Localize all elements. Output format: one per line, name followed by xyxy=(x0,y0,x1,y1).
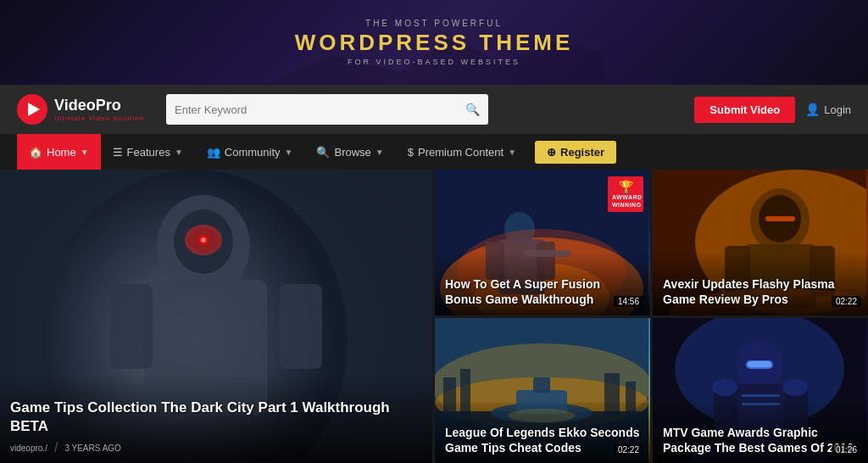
nav-item-premium[interactable]: $ Premium Content ▼ xyxy=(396,134,528,170)
nav-home-label: Home xyxy=(47,146,76,159)
svg-rect-6 xyxy=(110,284,153,369)
featured-video-card[interactable]: Game Tips Collection The Dark City Part … xyxy=(0,170,432,463)
login-label: Login xyxy=(824,103,851,116)
banner-top-text: THE MOST POWERFUL xyxy=(365,19,503,28)
svg-rect-51 xyxy=(748,361,771,367)
chevron-down-icon: ▼ xyxy=(285,148,293,157)
logo-text: VideoPro Ultimate Video Solution xyxy=(54,97,144,122)
featured-card-title: Game Tips Collection The Dark City Part … xyxy=(10,399,422,436)
video-grid: Game Tips Collection The Dark City Part … xyxy=(0,170,868,463)
search-icon: 🔍 xyxy=(465,103,480,116)
nav-item-home[interactable]: 🏠 Home ▼ xyxy=(17,134,101,170)
nav-item-community[interactable]: 👥 Community ▼ xyxy=(195,134,305,170)
nav-features-label: Features xyxy=(127,146,170,159)
featured-card-meta: videopro./ / 3 YEARS AGO xyxy=(10,440,422,455)
logo-icon xyxy=(17,94,47,125)
svg-rect-7 xyxy=(280,284,322,369)
card-3-duration: 02:22 xyxy=(614,444,643,455)
nav-item-features[interactable]: ☰ Features ▼ xyxy=(101,134,195,170)
featured-card-overlay: Game Tips Collection The Dark City Part … xyxy=(0,373,432,463)
header-right: Submit Video 👤 Login xyxy=(694,97,851,123)
logo[interactable]: VideoPro Ultimate Video Solution xyxy=(17,94,153,125)
navigation: 🏠 Home ▼ ☰ Features ▼ 👥 Community ▼ 🔍 Br… xyxy=(0,134,868,170)
chevron-down-icon: ▼ xyxy=(81,148,89,157)
community-icon: 👥 xyxy=(207,146,220,159)
login-button[interactable]: 👤 Login xyxy=(805,103,851,116)
card-1-title: How To Get A Super Fusion Bonus Game Wal… xyxy=(445,276,640,307)
register-button[interactable]: ⊕ Register xyxy=(535,141,616,164)
svg-rect-52 xyxy=(742,394,780,397)
chevron-down-icon: ▼ xyxy=(508,148,516,157)
card-2-duration: 02:22 xyxy=(832,296,861,307)
video-card-2[interactable]: Avexir Updates Flashy Plasma Game Review… xyxy=(653,170,868,315)
svg-point-55 xyxy=(782,379,808,396)
svg-rect-38 xyxy=(533,377,550,393)
svg-point-12 xyxy=(201,237,206,243)
home-icon: 🏠 xyxy=(29,146,42,159)
award-text: AWWARD WINNING xyxy=(612,194,643,208)
premium-icon: $ xyxy=(408,146,414,159)
register-label: Register xyxy=(560,146,604,159)
card-4-duration: 01:26 xyxy=(832,444,861,455)
user-icon: 👤 xyxy=(805,103,820,116)
nav-browse-label: Browse xyxy=(334,146,370,159)
card-4-title: MTV Game Awards Graphic Package The Best… xyxy=(663,425,858,455)
nav-community-label: Community xyxy=(225,146,281,159)
card-3-title: League Of Legends Ekko Seconds Game Tips… xyxy=(445,425,640,455)
logo-tagline: Ultimate Video Solution xyxy=(54,114,144,122)
header: VideoPro Ultimate Video Solution 🔍 Submi… xyxy=(0,85,868,134)
video-card-3[interactable]: League Of Legends Ekko Seconds Game Tips… xyxy=(435,318,650,463)
nav-premium-label: Premium Content xyxy=(418,146,504,159)
featured-time: 3 YEARS AGO xyxy=(64,443,121,453)
featured-source: videopro./ xyxy=(10,443,47,453)
browse-icon: 🔍 xyxy=(316,146,330,159)
banner-sub-text: FOR VIDEO-BASED WEBSITES xyxy=(348,58,520,66)
features-icon: ☰ xyxy=(113,146,123,159)
submit-video-button[interactable]: Submit Video xyxy=(694,97,795,123)
logo-name: VideoPro xyxy=(54,97,144,114)
svg-point-54 xyxy=(712,379,737,396)
nav-item-browse[interactable]: 🔍 Browse ▼ xyxy=(304,134,395,170)
video-card-1[interactable]: 🏆 AWWARD WINNING How To Get A Super Fusi… xyxy=(435,170,650,315)
banner-main-text: WORDPRESS THEME xyxy=(295,30,574,56)
search-input[interactable] xyxy=(175,103,465,116)
register-icon: ⊕ xyxy=(547,146,556,159)
search-bar: 🔍 xyxy=(166,94,488,125)
banner: THE MOST POWERFUL WORDPRESS THEME FOR VI… xyxy=(0,0,868,85)
card-1-duration: 14:56 xyxy=(614,296,643,307)
chevron-down-icon: ▼ xyxy=(175,148,183,157)
video-card-4[interactable]: MTV Game Awards Graphic Package The Best… xyxy=(653,318,868,463)
award-badge: 🏆 AWWARD WINNING xyxy=(608,176,643,212)
chevron-down-icon: ▼ xyxy=(376,148,384,157)
trophy-icon: 🏆 xyxy=(612,180,639,193)
card-2-title: Avexir Updates Flashy Plasma Game Review… xyxy=(663,276,858,307)
svg-rect-29 xyxy=(765,216,795,221)
